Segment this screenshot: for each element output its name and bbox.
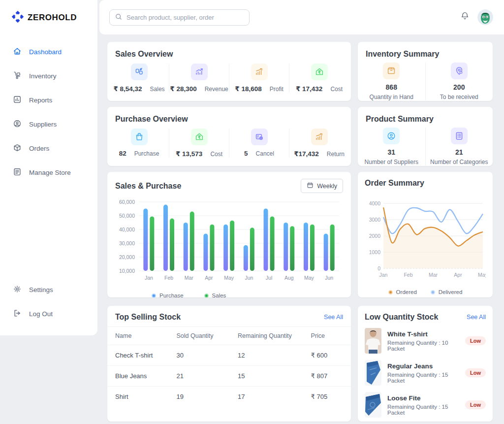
sidebar-item-logout[interactable]: Log Out xyxy=(0,305,97,323)
metric-cancel: 5 Cancel xyxy=(229,129,289,158)
metric-quantity-in-hand: 868 Quantity in Hand xyxy=(358,63,425,100)
notification-bell-icon[interactable] xyxy=(460,11,470,23)
sidebar-item-label: Inventory xyxy=(29,72,57,80)
return-chart-icon xyxy=(311,129,328,145)
brand-name: ZEROHOLD xyxy=(28,13,77,23)
list-item: Regular Jeans Remaining Quantity : 15 Pa… xyxy=(365,360,486,386)
location-pin-icon xyxy=(451,63,468,79)
search-box xyxy=(109,9,250,26)
avatar[interactable] xyxy=(477,9,493,25)
table-row: Blue Jeans 21 15 ₹ 807 xyxy=(107,365,351,386)
card-title: Order Summary xyxy=(365,179,486,188)
sidebar-item-reports[interactable]: Reports xyxy=(0,92,97,109)
list-item: Loose Fite Remaining Quantity : 15 Packe… xyxy=(365,392,486,418)
metric-suppliers: 31 Number of Suppliers xyxy=(358,128,425,165)
svg-text:Jun: Jun xyxy=(245,275,253,281)
item-detail: Remaining Quantity : 10 Packet xyxy=(387,340,459,352)
metric-label: Cancel xyxy=(256,150,274,157)
sales-overview-card: Sales Overview ₹ 8,54,32 Sales xyxy=(107,42,351,101)
svg-text:40,000: 40,000 xyxy=(119,227,135,232)
svg-text:4000: 4000 xyxy=(369,200,381,206)
svg-text:50,000: 50,000 xyxy=(119,213,135,219)
home-icon xyxy=(13,47,22,57)
period-select-button[interactable]: Weekly xyxy=(301,179,343,193)
line-chart-legend: Ordered Delivered xyxy=(365,289,486,295)
metric-value: 868 xyxy=(386,83,397,91)
inventory-summary-card: Inventory Summary 868 Quantity in Hand 2… xyxy=(358,42,493,101)
svg-text:Jul: Jul xyxy=(266,275,272,281)
item-name: Loose Fite xyxy=(387,394,459,402)
gear-icon xyxy=(13,285,22,295)
sidebar-item-label: Suppliers xyxy=(29,121,57,128)
svg-text:Apr: Apr xyxy=(454,272,462,278)
bar-chart-icon xyxy=(13,95,22,105)
sidebar-item-inventory[interactable]: Inventory xyxy=(0,67,97,85)
metric-label: Quantity in Hand xyxy=(370,94,413,100)
sales-purchase-card: Sales & Purchase Weekly 10,00020,00030,0… xyxy=(107,172,351,297)
svg-text:Jun: Jun xyxy=(325,275,333,281)
metric-label: Profit xyxy=(270,86,284,93)
calendar-icon xyxy=(307,182,314,190)
sidebar-item-label: Manage Store xyxy=(29,169,71,176)
profit-chart-icon xyxy=(251,64,268,80)
metric-return: ₹17,432 Return xyxy=(289,129,349,158)
metric-label: Purchase xyxy=(134,150,159,157)
metric-to-be-received: 200 To be received xyxy=(425,63,493,100)
top-selling-card: Top Selling Stock See All Name Sold Quan… xyxy=(107,306,351,422)
person-circle-icon xyxy=(13,119,22,130)
sidebar-item-suppliers[interactable]: Suppliers xyxy=(0,116,97,133)
low-quantity-card: Low Quantity Stock See All White T-shirt… xyxy=(358,306,493,422)
svg-text:20,000: 20,000 xyxy=(119,254,135,260)
svg-text:Jan: Jan xyxy=(145,275,153,281)
svg-text:0: 0 xyxy=(378,265,380,271)
svg-text:Feb: Feb xyxy=(404,272,412,278)
sidebar-item-manage-store[interactable]: Manage Store xyxy=(0,164,97,181)
card-title: Product Summary xyxy=(358,115,493,124)
svg-text:May: May xyxy=(304,275,315,281)
sidebar: ZEROHOLD Dashobard Inventory xyxy=(0,0,97,335)
svg-text:10,000: 10,000 xyxy=(119,268,135,274)
sidebar-item-label: Settings xyxy=(29,286,53,294)
metric-categories: 21 Number of Categories xyxy=(425,128,493,165)
sidebar-item-label: Reports xyxy=(29,97,52,104)
purchase-overview-card: Purchase Overview 82 Purchase ₹ 13,573 xyxy=(107,107,351,166)
order-summary-line-chart: 01000200030004000JanFebMarAprMay xyxy=(365,198,486,287)
metric-value: ₹ 28,300 xyxy=(170,85,196,93)
svg-text:Feb: Feb xyxy=(164,275,173,281)
delivered-dot-icon xyxy=(431,290,435,294)
see-all-link[interactable]: See All xyxy=(324,314,343,321)
top-bar xyxy=(99,0,504,34)
metric-label: Revenue xyxy=(205,86,228,93)
search-input[interactable] xyxy=(126,14,244,21)
box-icon xyxy=(383,63,400,79)
metric-value: ₹ 8,54,32 xyxy=(113,85,142,93)
see-all-link[interactable]: See All xyxy=(467,314,486,321)
sidebar-nav: Dashobard Inventory Reports xyxy=(0,43,97,181)
metric-label: To be received xyxy=(440,94,478,100)
bar-chart-legend: Purchase Sales xyxy=(152,293,343,298)
card-title: Sales Overview xyxy=(109,50,349,59)
card-title: Inventory Summary xyxy=(358,50,493,59)
brand-logo: ZEROHOLD xyxy=(0,0,97,25)
metric-label: Return xyxy=(327,151,345,158)
sidebar-bottom: Settings Log Out xyxy=(0,281,97,323)
svg-text:Mar: Mar xyxy=(185,275,194,281)
cost-house-icon xyxy=(191,129,208,145)
list-board-icon xyxy=(13,167,22,178)
card-title: Top Selling Stock xyxy=(115,313,181,322)
metric-value: ₹ 13,573 xyxy=(176,150,202,158)
revenue-growth-icon xyxy=(191,64,208,80)
metric-value: 5 xyxy=(244,150,248,157)
product-metrics: 31 Number of Suppliers 21 Number of Cate… xyxy=(358,128,493,165)
sidebar-item-settings[interactable]: Settings xyxy=(0,281,97,298)
sidebar-item-orders[interactable]: Orders xyxy=(0,140,97,157)
sidebar-item-dashboard[interactable]: Dashobard xyxy=(0,43,97,61)
metric-cost: ₹ 17,432 Cost xyxy=(289,64,349,93)
card-title: Sales & Purchase xyxy=(115,182,181,191)
package-icon xyxy=(13,143,22,154)
item-name: White T-shirt xyxy=(387,330,459,338)
sales-purchase-bar-chart: 10,00020,00030,00040,00050,00060,000JanF… xyxy=(115,196,343,291)
svg-text:May: May xyxy=(224,275,234,281)
metric-sales: ₹ 8,54,32 Sales xyxy=(109,64,169,93)
table-header-row: Name Sold Quantity Remaining Quantity Pr… xyxy=(107,326,351,345)
